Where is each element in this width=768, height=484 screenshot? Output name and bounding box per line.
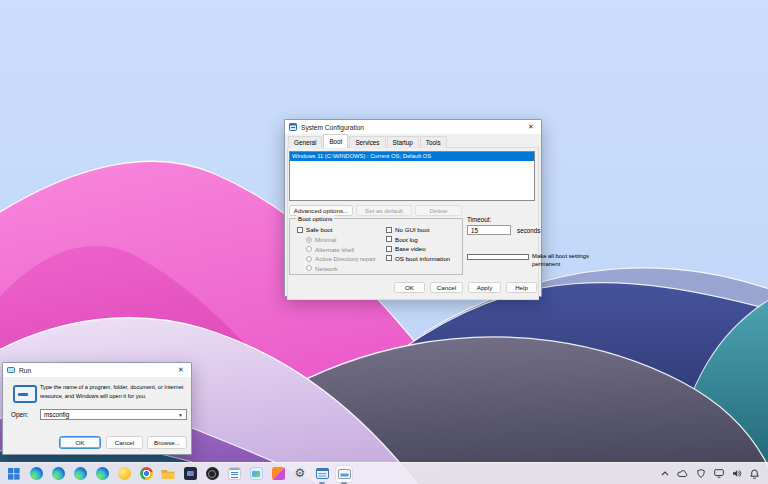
run-cancel-button[interactable]: Cancel — [106, 436, 143, 449]
taskbar-app-edge-canary[interactable] — [116, 466, 132, 482]
taskbar-app-edge-1[interactable] — [28, 466, 44, 482]
safe-boot-label: Safe boot — [306, 226, 333, 233]
desktop: System Configuration ✕ General Boot Serv… — [0, 0, 768, 484]
onedrive-cloud-icon[interactable] — [677, 468, 688, 479]
start-button[interactable] — [6, 466, 22, 482]
msconfig-help-button[interactable]: Help — [506, 282, 537, 293]
os-boot-info-checkbox[interactable]: OS boot information — [386, 255, 450, 262]
combobox-dropdown-icon[interactable]: ▼ — [178, 412, 186, 418]
timeout-input[interactable]: 15 — [467, 225, 511, 235]
security-shield-icon[interactable] — [695, 468, 706, 479]
display-icon[interactable] — [713, 468, 724, 479]
settings-gear-icon: ⚙ — [295, 467, 306, 480]
chrome-icon — [140, 467, 153, 480]
edge-browser-icon — [30, 467, 43, 480]
taskbar-app-notepad[interactable] — [226, 466, 242, 482]
msconfig-app-icon — [289, 123, 297, 131]
no-gui-boot-checkbox[interactable]: No GUI boot — [386, 226, 429, 233]
tab-services[interactable]: Services — [349, 136, 385, 148]
taskbar-app-chrome[interactable] — [138, 466, 154, 482]
taskbar-app-media[interactable] — [182, 466, 198, 482]
no-gui-boot-checkbox-box[interactable] — [386, 227, 392, 233]
taskbar-app-settings[interactable]: ⚙ — [292, 466, 308, 482]
boot-entry-row-selected[interactable]: Windows 11 (C:\WINDOWS) : Current OS; De… — [290, 152, 534, 161]
media-app-icon — [184, 467, 197, 480]
edge-canary-icon — [118, 467, 131, 480]
open-combobox[interactable]: msconfig ▼ — [40, 409, 187, 420]
run-dialog-title: Run — [19, 367, 175, 374]
taskbar-app-edge-2[interactable] — [50, 466, 66, 482]
taskbar-app-edge-4[interactable] — [94, 466, 110, 482]
ad-repair-radio-circle — [306, 256, 312, 262]
taskbar-app-photos[interactable] — [248, 466, 264, 482]
run-taskbar-icon — [338, 469, 351, 479]
notepad-icon — [228, 467, 241, 480]
minimal-radio: Minimal — [306, 236, 336, 243]
alternate-shell-radio-label: Alternate shell — [315, 246, 354, 253]
system-configuration-icon — [316, 468, 329, 479]
boot-log-label: Boot log — [395, 236, 418, 243]
taskbar-app-run[interactable] — [336, 466, 352, 482]
msconfig-titlebar: System Configuration ✕ — [285, 120, 541, 134]
camera-app-icon — [206, 467, 219, 480]
edge-browser-icon — [52, 467, 65, 480]
run-description: Type the name of a program, folder, docu… — [40, 383, 190, 400]
taskbar-app-edge-3[interactable] — [72, 466, 88, 482]
safe-boot-checkbox[interactable]: Safe boot — [297, 226, 333, 233]
os-boot-info-label: OS boot information — [395, 255, 450, 262]
taskbar-app-msconfig[interactable] — [314, 466, 330, 482]
delete-button: Delete — [415, 205, 462, 216]
tab-startup[interactable]: Startup — [387, 136, 419, 148]
edge-browser-icon — [74, 467, 87, 480]
run-description-line1: Type the name of a program, folder, docu… — [40, 383, 190, 392]
safe-boot-checkbox-box[interactable] — [297, 227, 303, 233]
notification-bell-icon[interactable] — [749, 468, 760, 479]
run-ok-button[interactable]: OK — [59, 436, 101, 449]
tab-boot[interactable]: Boot — [323, 134, 348, 148]
network-radio-circle — [306, 265, 312, 271]
taskbar: ⚙ — [0, 462, 768, 484]
msconfig-apply-button[interactable]: Apply — [468, 282, 501, 293]
minimal-radio-label: Minimal — [315, 236, 336, 243]
alternate-shell-radio: Alternate shell — [306, 246, 354, 253]
alternate-shell-radio-circle — [306, 246, 312, 252]
photos-app-icon — [250, 467, 263, 480]
run-close-icon[interactable]: ✕ — [175, 366, 187, 374]
tab-general[interactable]: General — [288, 136, 322, 148]
base-video-checkbox[interactable]: Base video — [386, 245, 426, 252]
ad-repair-radio: Active Directory repair — [306, 255, 376, 262]
open-combobox-value[interactable]: msconfig — [41, 411, 178, 418]
tab-tools[interactable]: Tools — [420, 136, 447, 148]
msconfig-close-icon[interactable]: ✕ — [525, 123, 537, 131]
base-video-label: Base video — [395, 245, 426, 252]
run-dialog: Run ✕ Type the name of a program, folder… — [2, 362, 192, 455]
boot-entries-list[interactable]: Windows 11 (C:\WINDOWS) : Current OS; De… — [289, 151, 535, 201]
network-radio-label: Network — [315, 265, 338, 272]
file-explorer-icon — [161, 468, 175, 480]
msconfig-window: System Configuration ✕ General Boot Serv… — [284, 119, 542, 297]
permanent-checkbox-box[interactable] — [467, 254, 529, 260]
base-video-checkbox-box[interactable] — [386, 246, 392, 252]
volume-icon[interactable] — [731, 468, 742, 479]
run-titlebar: Run ✕ — [3, 363, 191, 377]
windows-logo-icon — [8, 468, 20, 480]
msconfig-ok-button[interactable]: OK — [394, 282, 425, 293]
taskbar-app-camera[interactable] — [204, 466, 220, 482]
ad-repair-radio-label: Active Directory repair — [315, 255, 376, 262]
boot-options-group: Boot options Safe boot Minimal Alternate… — [289, 218, 463, 275]
taskbar-app-file-explorer[interactable] — [160, 466, 176, 482]
tray-chevron-up-icon[interactable] — [659, 468, 670, 479]
boot-log-checkbox-box[interactable] — [386, 236, 392, 242]
taskbar-app-office[interactable] — [270, 466, 286, 482]
timeout-unit-label: seconds — [517, 227, 540, 234]
no-gui-boot-label: No GUI boot — [395, 226, 429, 233]
boot-log-checkbox[interactable]: Boot log — [386, 236, 418, 243]
os-boot-info-checkbox-box[interactable] — [386, 255, 392, 261]
taskbar-tray — [659, 468, 768, 479]
run-browse-button[interactable]: Browse... — [147, 436, 187, 449]
permanent-checkbox[interactable]: Make all boot settings permanent — [467, 253, 594, 268]
timeout-label: Timeout: — [467, 216, 491, 223]
msconfig-cancel-button[interactable]: Cancel — [430, 282, 463, 293]
msconfig-tabs: General Boot Services Startup Tools — [288, 137, 448, 148]
permanent-label: Make all boot settings permanent — [532, 253, 594, 268]
